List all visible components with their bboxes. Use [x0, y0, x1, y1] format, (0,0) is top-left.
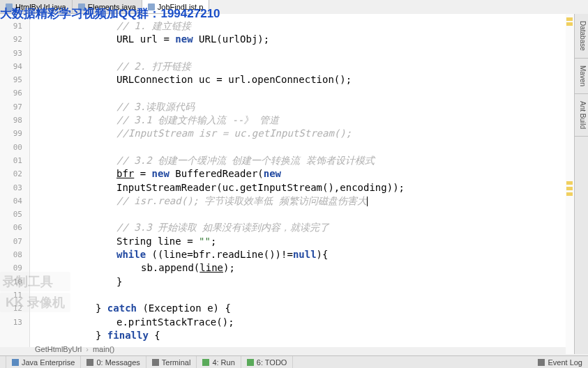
antbuild-panel-tab[interactable]: Ant Build [575, 94, 588, 137]
breadcrumb-item[interactable]: GetHtmlByUrl [35, 345, 82, 353]
text-cursor [367, 197, 368, 206]
line-number: 00 [0, 141, 22, 154]
line-number: 92 [0, 33, 22, 46]
line-number: 93 [0, 47, 22, 60]
terminal-button[interactable]: Terminal [146, 356, 197, 368]
status-bar: Java Enterprise 0: Messages Terminal 4: … [0, 355, 588, 368]
messages-button[interactable]: 0: Messages [81, 356, 146, 368]
code-line: } [116, 276, 122, 287]
todo-icon [247, 359, 254, 366]
run-icon [202, 359, 209, 366]
line-number: 03 [0, 181, 22, 194]
code-line: // isr.read(); 字节读取效率低 频繁访问磁盘伤害大 [116, 195, 367, 206]
event-log-icon [538, 359, 545, 366]
right-tool-panels: Database Maven Ant Build [574, 14, 588, 354]
line-number: 96 [0, 86, 22, 100]
error-stripe [566, 14, 574, 354]
todo-button[interactable]: 6: TODO [241, 356, 294, 368]
line-number: 97 [0, 100, 22, 114]
mark-icon [566, 22, 573, 26]
messages-icon [86, 359, 93, 366]
breadcrumb-item[interactable]: main() [93, 345, 114, 353]
line-number: 13 [0, 316, 22, 329]
line-number: 95 [0, 73, 22, 86]
code-line: // 1. 建立链接 [116, 20, 191, 31]
mark-icon [566, 192, 573, 196]
maven-panel-tab[interactable]: Maven [575, 59, 588, 94]
chevron-right-icon: › [86, 345, 89, 353]
watermark: 录制工具 KK 录像机 [0, 272, 70, 312]
code-editor[interactable]: // 1. 建立链接 URL url = new URL(urlObj); //… [30, 14, 566, 347]
line-number: 94 [0, 60, 22, 73]
code-line: // 2. 打开链接 [116, 61, 191, 72]
line-number: 02 [0, 167, 22, 181]
line-number: 06 [0, 221, 22, 234]
breadcrumb: GetHtmlByUrl › main() [35, 343, 114, 355]
code-line: URLConnection uc = url.openConnection(); [116, 74, 352, 85]
event-log-button[interactable]: Event Log [538, 358, 582, 367]
code-line: // 3.1 创建文件输入流 --》 管道 [116, 114, 279, 125]
line-number: 04 [0, 194, 22, 208]
line-number: 98 [0, 114, 22, 127]
line-number: 99 [0, 127, 22, 140]
qq-banner: 大数据精彩学习视频加QQ群：199427210 [0, 6, 220, 22]
mark-icon [566, 17, 573, 21]
code-line: // 3.读取源代码 [116, 101, 195, 112]
code-line: e.printStackTrace(); [116, 316, 234, 328]
line-number: 07 [0, 235, 22, 248]
database-panel-tab[interactable]: Database [575, 14, 588, 59]
mark-icon [566, 181, 573, 185]
mark-icon [566, 187, 573, 190]
line-number: 05 [0, 208, 22, 221]
code-line: // 3.3 开始读取 如果没有读到内容，就读完了 [116, 222, 329, 233]
java-enterprise-button[interactable]: Java Enterprise [6, 356, 81, 368]
terminal-icon [152, 359, 159, 366]
line-number: 08 [0, 248, 22, 261]
editor-area: 91 92 93 94 95 96 97 98 99 00 01 02 03 0… [0, 14, 566, 347]
code-line: // 3.2 创建一个缓冲流 创建一个转换流 装饰者设计模式 [116, 155, 375, 166]
java-enterprise-icon [12, 359, 19, 366]
line-number: 01 [0, 154, 22, 167]
run-button[interactable]: 4: Run [197, 356, 241, 368]
code-line: //InputStream isr = uc.getInputStream(); [116, 128, 352, 139]
